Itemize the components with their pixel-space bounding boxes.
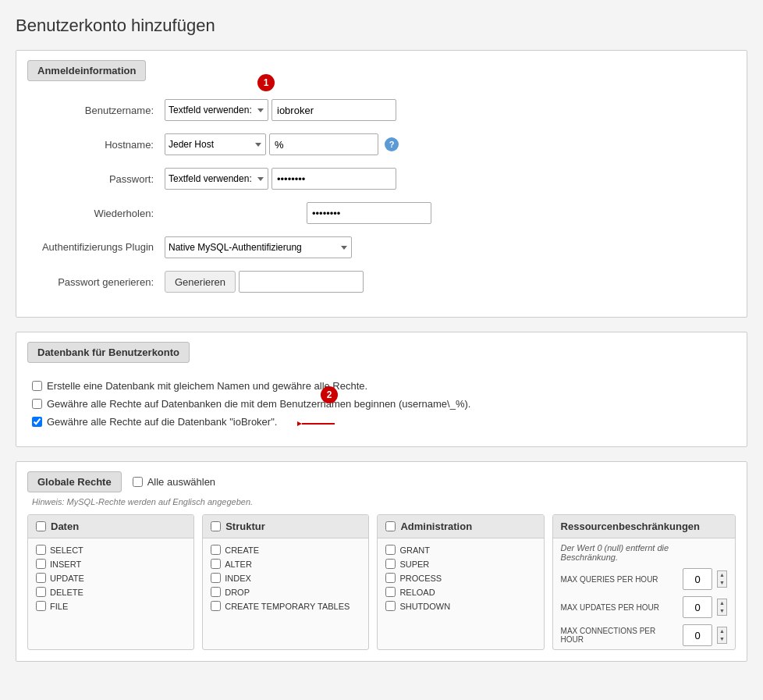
- db-section: Datenbank für Benutzerkonto Erstelle ein…: [16, 332, 747, 447]
- resource-note: Der Wert 0 (null) entfernt die Beschränk…: [553, 538, 735, 565]
- resource-updates-label: MAX UPDATES PER HOUR: [561, 603, 678, 612]
- hostname-type-select[interactable]: Jeder Host: [165, 133, 266, 155]
- perm-col-daten-items: SELECT INSERT UPDATE DELETE FILE: [28, 538, 193, 621]
- rights-note: Hinweis: MySQL-Rechte werden auf Englisc…: [16, 497, 747, 514]
- perm-item: FILE: [36, 601, 186, 611]
- resource-updates-up[interactable]: ▲: [718, 599, 726, 607]
- perm-insert-checkbox[interactable]: [36, 559, 46, 569]
- passwort-type-select[interactable]: Textfeld verwenden:: [165, 168, 268, 190]
- auth-plugin-select[interactable]: Native MySQL-Authentifizierung: [165, 236, 352, 258]
- db-checkbox-1-label: Erstelle eine Datenbank mit gleichem Nam…: [47, 380, 367, 392]
- annotation-badge-2: 2: [321, 386, 338, 403]
- perm-grant-label: GRANT: [399, 545, 430, 555]
- perm-file-checkbox[interactable]: [36, 601, 46, 611]
- wiederholen-controls: [165, 202, 431, 224]
- perm-col-struktur-header: Struktur: [203, 515, 368, 538]
- resource-updates-spinner[interactable]: ▲ ▼: [717, 599, 727, 616]
- perm-item: PROCESS: [385, 573, 535, 583]
- resource-connections-down[interactable]: ▼: [718, 635, 726, 643]
- resource-row-connections: MAX CONNECTIONS PER HOUR ▲ ▼: [553, 621, 735, 649]
- resource-connections-up[interactable]: ▲: [718, 627, 726, 635]
- resource-updates-down[interactable]: ▼: [718, 607, 726, 615]
- resource-queries-spinner[interactable]: ▲ ▼: [717, 570, 727, 588]
- auth-row: Authentifizierungs Plugin Native MySQL-A…: [32, 234, 731, 261]
- auth-label: Authentifizierungs Plugin: [32, 241, 165, 254]
- perm-col-daten-title: Daten: [51, 521, 79, 532]
- perm-col-daten: Daten SELECT INSERT UPDATE DELETE: [27, 514, 194, 650]
- perm-col-struktur-select-all[interactable]: [211, 521, 221, 531]
- resource-row-updates: MAX UPDATES PER HOUR ▲ ▼: [553, 593, 735, 621]
- perm-item: INDEX: [211, 573, 360, 583]
- perm-index-checkbox[interactable]: [211, 573, 221, 583]
- passwort-gen-controls: Generieren: [165, 271, 364, 293]
- perm-drop-checkbox[interactable]: [211, 587, 221, 597]
- db-checkbox-2[interactable]: [32, 399, 42, 409]
- db-section-content: Erstelle eine Datenbank mit gleichem Nam…: [16, 371, 747, 446]
- wiederholen-input[interactable]: [307, 202, 431, 224]
- passwort-input[interactable]: [271, 168, 396, 190]
- perm-item: DELETE: [36, 587, 186, 597]
- perm-select-label: SELECT: [50, 545, 83, 555]
- resource-connections-input[interactable]: [683, 624, 712, 646]
- perm-item: UPDATE: [36, 573, 186, 583]
- perm-delete-checkbox[interactable]: [36, 587, 46, 597]
- resource-queries-label: MAX QUERIES PER HOUR: [561, 575, 678, 584]
- perm-alter-checkbox[interactable]: [211, 559, 221, 569]
- perm-item: RELOAD: [385, 587, 535, 597]
- perm-col-daten-select-all[interactable]: [36, 521, 46, 531]
- perm-col-admin-items: GRANT SUPER PROCESS RELOAD SHUTDOWN: [378, 538, 543, 621]
- perm-col-struktur-items: CREATE ALTER INDEX DROP CREATE TEMPORARY…: [203, 538, 368, 621]
- perm-process-checkbox[interactable]: [385, 573, 396, 583]
- resource-queries-up[interactable]: ▲: [718, 571, 726, 579]
- resource-row-queries: MAX QUERIES PER HOUR ▲ ▼: [553, 565, 735, 593]
- perm-update-checkbox[interactable]: [36, 573, 46, 583]
- db-checkbox-3[interactable]: [32, 417, 42, 427]
- select-all-checkbox[interactable]: [133, 477, 143, 487]
- perm-col-admin-select-all[interactable]: [385, 521, 396, 531]
- perm-item: SHUTDOWN: [385, 601, 535, 611]
- resource-queries-input[interactable]: [683, 568, 712, 590]
- login-section-header: Anmeldeinformation: [27, 60, 146, 81]
- perm-reload-checkbox[interactable]: [385, 587, 396, 597]
- perm-item: CREATE: [211, 545, 360, 555]
- rights-title: Globale Rechte: [27, 471, 122, 492]
- perm-create-checkbox[interactable]: [211, 545, 221, 555]
- passwort-row: Passwort: Textfeld verwenden:: [32, 165, 731, 192]
- perm-item: SUPER: [385, 559, 535, 569]
- generieren-button[interactable]: Generieren: [165, 271, 236, 293]
- hostname-controls: Jeder Host ?: [165, 133, 399, 155]
- benutzername-label: Benutzername:: [32, 105, 165, 116]
- perm-select-checkbox[interactable]: [36, 545, 46, 555]
- perm-super-label: SUPER: [399, 560, 429, 569]
- perm-insert-label: INSERT: [50, 560, 81, 569]
- resource-queries-down[interactable]: ▼: [718, 579, 726, 587]
- perm-item: SELECT: [36, 545, 186, 555]
- db-checkbox-row-3: Gewähre alle Rechte auf die Datenbank "i…: [32, 416, 731, 428]
- perm-super-checkbox[interactable]: [385, 559, 396, 569]
- perm-item: INSERT: [36, 559, 186, 569]
- perm-col-admin-title: Administration: [400, 521, 472, 532]
- db-checkbox-row-1: Erstelle eine Datenbank mit gleichem Nam…: [32, 380, 731, 392]
- hostname-input[interactable]: [269, 133, 378, 155]
- generated-password-input[interactable]: [239, 271, 364, 293]
- hostname-row: Hostname: Jeder Host ?: [32, 131, 731, 158]
- db-checkbox-2-label: Gewähre alle Rechte auf Datenbanken die …: [47, 398, 470, 410]
- resource-col-header: Ressourcenbeschränkungen: [553, 515, 735, 538]
- perm-item: ALTER: [211, 559, 360, 569]
- benutzername-controls: Textfeld verwenden: 1: [165, 99, 396, 121]
- passwort-controls: Textfeld verwenden:: [165, 168, 396, 190]
- benutzername-type-select[interactable]: Textfeld verwenden:: [165, 99, 268, 121]
- db-checkbox-1[interactable]: [32, 381, 42, 391]
- perm-col-struktur-title: Struktur: [225, 521, 265, 532]
- resource-connections-spinner[interactable]: ▲ ▼: [717, 627, 727, 644]
- hostname-info-icon[interactable]: ?: [385, 137, 399, 151]
- perm-reload-label: RELOAD: [399, 588, 435, 597]
- benutzername-input[interactable]: [271, 99, 396, 121]
- db-checkbox-3-label: Gewähre alle Rechte auf die Datenbank "i…: [47, 416, 277, 428]
- resource-updates-input[interactable]: [683, 596, 712, 618]
- auth-controls: Native MySQL-Authentifizierung: [165, 236, 352, 258]
- perm-create-temp-checkbox[interactable]: [211, 601, 221, 611]
- perm-grant-checkbox[interactable]: [385, 545, 396, 555]
- annotation-badge-1: 1: [257, 74, 275, 91]
- perm-shutdown-checkbox[interactable]: [385, 601, 396, 611]
